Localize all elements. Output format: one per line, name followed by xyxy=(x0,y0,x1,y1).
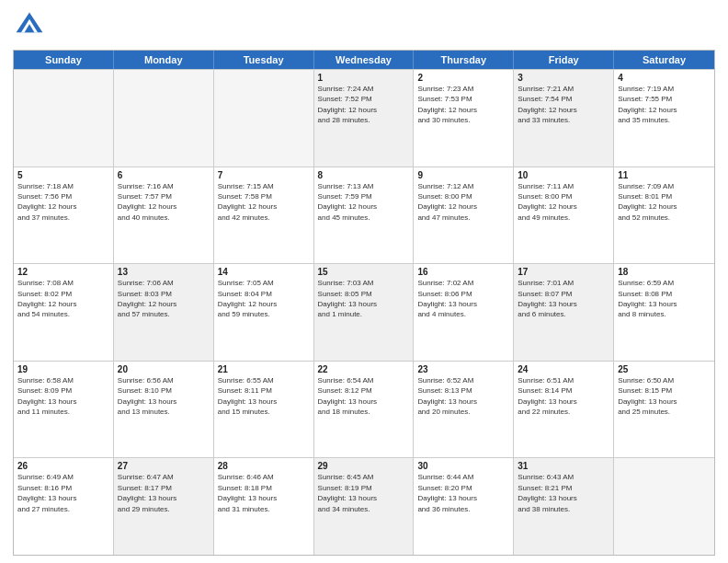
weekday-header: Wednesday xyxy=(314,51,415,69)
day-number: 31 xyxy=(518,461,609,471)
day-number: 8 xyxy=(318,170,410,180)
cell-info-line: Sunrise: 7:24 AM xyxy=(318,85,410,94)
calendar-cell: 27Sunrise: 6:47 AMSunset: 8:17 PMDayligh… xyxy=(114,458,214,555)
cell-info-line: Sunset: 8:08 PM xyxy=(618,290,711,299)
day-number: 11 xyxy=(618,170,711,180)
day-number: 24 xyxy=(518,364,609,374)
cell-info-line: Daylight: 13 hours xyxy=(618,300,711,309)
cell-info-line: Daylight: 13 hours xyxy=(518,494,609,503)
cell-info-line: Daylight: 12 hours xyxy=(417,202,509,212)
day-number: 2 xyxy=(417,73,509,83)
cell-info-line: Daylight: 13 hours xyxy=(118,397,210,407)
calendar-cell: 29Sunrise: 6:45 AMSunset: 8:19 PMDayligh… xyxy=(314,458,415,555)
cell-info-line: and 45 minutes. xyxy=(318,213,410,223)
calendar-cell: 4Sunrise: 7:19 AMSunset: 7:55 PMDaylight… xyxy=(614,70,714,167)
cell-info-line: Daylight: 13 hours xyxy=(218,494,310,503)
cell-info-line: Sunrise: 6:55 AM xyxy=(218,376,310,385)
calendar-cell xyxy=(214,70,314,167)
calendar-cell: 28Sunrise: 6:46 AMSunset: 8:18 PMDayligh… xyxy=(214,458,314,555)
calendar-cell: 12Sunrise: 7:08 AMSunset: 8:02 PMDayligh… xyxy=(14,264,114,361)
cell-info-line: Sunrise: 6:45 AM xyxy=(318,473,410,482)
cell-info-line: Daylight: 13 hours xyxy=(318,397,410,407)
calendar-cell: 25Sunrise: 6:50 AMSunset: 8:15 PMDayligh… xyxy=(614,362,714,458)
cell-info-line: Sunrise: 6:46 AM xyxy=(218,473,310,482)
day-number: 16 xyxy=(417,267,509,277)
calendar-cell: 1Sunrise: 7:24 AMSunset: 7:52 PMDaylight… xyxy=(314,70,415,167)
calendar-cell: 30Sunrise: 6:44 AMSunset: 8:20 PMDayligh… xyxy=(414,458,514,555)
cell-info-line: and 20 minutes. xyxy=(417,408,509,417)
calendar-cell: 24Sunrise: 6:51 AMSunset: 8:14 PMDayligh… xyxy=(514,362,614,458)
weekday-header: Tuesday xyxy=(214,51,314,69)
cell-info-line: and 18 minutes. xyxy=(318,408,410,417)
day-number: 23 xyxy=(417,364,509,374)
cell-info-line: and 35 minutes. xyxy=(618,116,711,125)
cell-info-line: Sunrise: 6:56 AM xyxy=(118,376,210,385)
calendar: SundayMondayTuesdayWednesdayThursdayFrid… xyxy=(13,50,715,556)
cell-info-line: Daylight: 13 hours xyxy=(318,494,410,503)
cell-info-line: and 47 minutes. xyxy=(417,213,509,223)
cell-info-line: Sunrise: 6:51 AM xyxy=(518,376,609,385)
cell-info-line: Daylight: 12 hours xyxy=(518,202,609,212)
cell-info-line: Sunset: 8:12 PM xyxy=(318,386,410,396)
cell-info-line: and 4 minutes. xyxy=(417,310,509,319)
cell-info-line: Daylight: 12 hours xyxy=(218,300,310,309)
cell-info-line: Sunset: 8:00 PM xyxy=(417,192,509,201)
cell-info-line: Sunset: 8:15 PM xyxy=(618,386,711,396)
weekday-header: Thursday xyxy=(414,51,514,69)
calendar-cell: 8Sunrise: 7:13 AMSunset: 7:59 PMDaylight… xyxy=(314,167,415,264)
cell-info-line: Sunset: 8:21 PM xyxy=(518,484,609,493)
calendar-cell: 18Sunrise: 6:59 AMSunset: 8:08 PMDayligh… xyxy=(614,264,714,361)
day-number: 29 xyxy=(318,461,410,471)
cell-info-line: Sunrise: 7:15 AM xyxy=(218,182,310,191)
cell-info-line: Sunrise: 7:13 AM xyxy=(318,182,410,191)
cell-info-line: Sunrise: 6:52 AM xyxy=(417,376,509,385)
cell-info-line: Sunrise: 7:06 AM xyxy=(118,279,210,288)
cell-info-line: Daylight: 13 hours xyxy=(417,397,509,407)
cell-info-line: Sunset: 8:16 PM xyxy=(17,484,109,493)
cell-info-line: Daylight: 12 hours xyxy=(17,300,109,309)
cell-info-line: Daylight: 13 hours xyxy=(417,300,509,309)
cell-info-line: and 38 minutes. xyxy=(518,505,609,514)
day-number: 15 xyxy=(318,267,410,277)
day-number: 26 xyxy=(17,461,109,471)
cell-info-line: and 59 minutes. xyxy=(218,310,310,319)
cell-info-line: and 29 minutes. xyxy=(118,505,210,514)
cell-info-line: Sunset: 8:06 PM xyxy=(417,290,509,299)
cell-info-line: and 37 minutes. xyxy=(17,213,109,223)
cell-info-line: Sunrise: 7:19 AM xyxy=(618,85,711,94)
day-number: 30 xyxy=(417,461,509,471)
page: SundayMondayTuesdayWednesdayThursdayFrid… xyxy=(0,0,728,563)
cell-info-line: Sunrise: 7:12 AM xyxy=(417,182,509,191)
day-number: 27 xyxy=(118,461,210,471)
cell-info-line: Daylight: 12 hours xyxy=(618,106,711,115)
cell-info-line: Sunset: 7:54 PM xyxy=(518,95,609,104)
day-number: 5 xyxy=(17,170,109,180)
cell-info-line: and 49 minutes. xyxy=(518,213,609,223)
day-number: 28 xyxy=(218,461,310,471)
day-number: 12 xyxy=(17,267,109,277)
cell-info-line: and 22 minutes. xyxy=(518,408,609,417)
cell-info-line: Sunset: 7:58 PM xyxy=(218,192,310,201)
calendar-cell: 7Sunrise: 7:15 AMSunset: 7:58 PMDaylight… xyxy=(214,167,314,264)
cell-info-line: Sunrise: 6:43 AM xyxy=(518,473,609,482)
calendar-cell: 13Sunrise: 7:06 AMSunset: 8:03 PMDayligh… xyxy=(114,264,214,361)
cell-info-line: Daylight: 13 hours xyxy=(218,397,310,407)
day-number: 20 xyxy=(118,364,210,374)
calendar-cell xyxy=(114,70,214,167)
cell-info-line: Sunrise: 6:44 AM xyxy=(417,473,509,482)
cell-info-line: Sunset: 7:56 PM xyxy=(17,192,109,201)
cell-info-line: and 57 minutes. xyxy=(118,310,210,319)
cell-info-line: Daylight: 12 hours xyxy=(618,202,711,212)
calendar-row: 5Sunrise: 7:18 AMSunset: 7:56 PMDaylight… xyxy=(14,167,714,264)
cell-info-line: and 36 minutes. xyxy=(417,505,509,514)
cell-info-line: Sunset: 8:09 PM xyxy=(17,386,109,396)
calendar-cell: 9Sunrise: 7:12 AMSunset: 8:00 PMDaylight… xyxy=(414,167,514,264)
calendar-cell: 14Sunrise: 7:05 AMSunset: 8:04 PMDayligh… xyxy=(214,264,314,361)
cell-info-line: Sunset: 8:13 PM xyxy=(417,386,509,396)
cell-info-line: Sunset: 8:05 PM xyxy=(318,290,410,299)
cell-info-line: Daylight: 12 hours xyxy=(518,106,609,115)
cell-info-line: Sunset: 7:53 PM xyxy=(417,95,509,104)
logo xyxy=(13,9,50,42)
cell-info-line: and 34 minutes. xyxy=(318,505,410,514)
cell-info-line: Sunset: 8:17 PM xyxy=(118,484,210,493)
